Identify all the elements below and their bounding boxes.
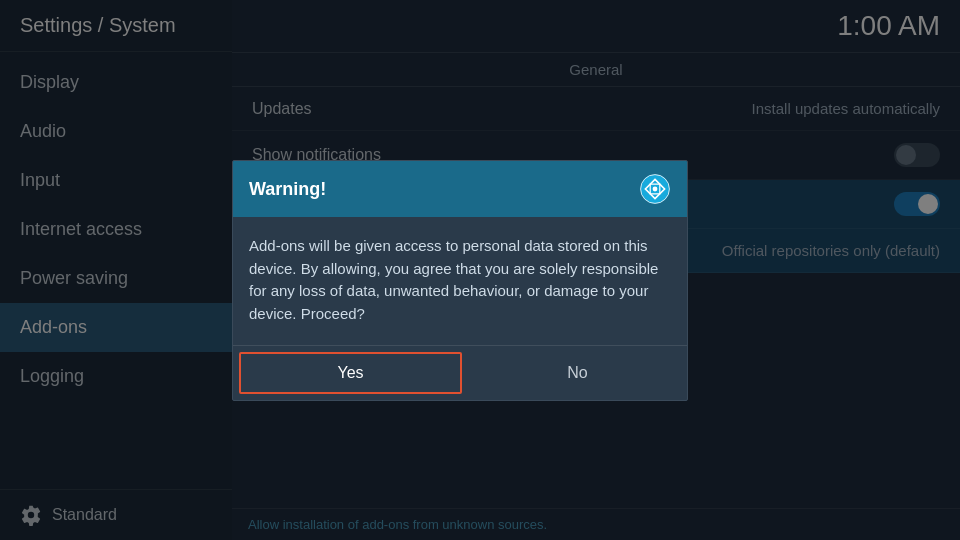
kodi-logo-icon [639,173,671,205]
svg-point-3 [653,187,658,192]
warning-dialog: Warning! Add-ons will be given access to… [232,160,688,401]
dialog-buttons: Yes No [233,345,687,400]
dialog-yes-button[interactable]: Yes [239,352,462,394]
dialog-body: Add-ons will be given access to personal… [233,217,687,345]
dialog-header: Warning! [233,161,687,217]
dialog-title: Warning! [249,179,326,200]
dialog-no-button[interactable]: No [468,346,687,400]
